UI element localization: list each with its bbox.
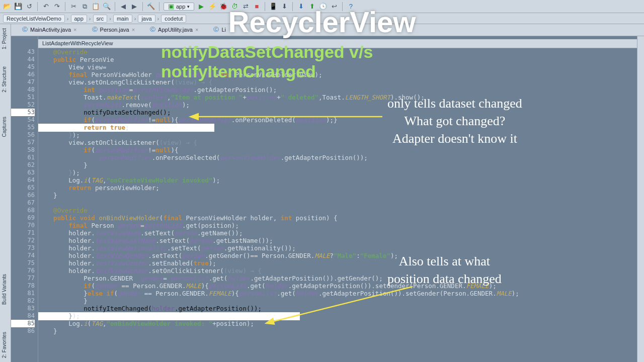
vcs-history-icon[interactable]: 🕓 (319, 3, 327, 11)
run-config-selector[interactable]: ▣ app ▾ (164, 3, 194, 11)
line-gutter: 4344454647485152535455565758616263646566… (11, 36, 38, 362)
paste-icon[interactable]: 📋 (92, 3, 100, 11)
editor-tabs: ⒸMainActivity.java× ⒸPerson.java× ⒸAppUt… (0, 24, 644, 36)
sidebar-tab-project[interactable]: 1: Project (2, 26, 7, 51)
copy-icon[interactable]: ⧉ (80, 3, 89, 11)
run-icon[interactable]: ▶ (197, 3, 205, 11)
cut-icon[interactable]: ✂ (69, 3, 77, 11)
profile-icon[interactable]: ⏱ (230, 3, 238, 11)
left-tool-strip: 1: Project 2: Structure Captures Build V… (0, 24, 11, 362)
breadcrumb-item[interactable]: java (138, 15, 155, 23)
apply-changes-icon[interactable]: ⚡ (208, 3, 216, 11)
main-toolbar: 📂 💾 ↺ ↶ ↷ ✂ ⧉ 📋 🔍 ◀ ▶ 🔨 ▣ app ▾ ▶ ⚡ 🐞 ⏱ … (0, 0, 644, 13)
attach-debugger-icon[interactable]: ⇄ (242, 3, 250, 11)
undo-icon[interactable]: ↶ (42, 3, 50, 11)
forward-icon[interactable]: ▶ (130, 3, 138, 11)
code-editor[interactable]: 4344454647485152535455565758616263646566… (11, 36, 637, 362)
right-tool-strip (637, 36, 644, 362)
tab-apputility[interactable]: ⒸAppUtility.java× (146, 24, 202, 36)
vcs-update-icon[interactable]: ⬇ (297, 3, 305, 11)
editor-crumb[interactable]: ListAdapterWithRecycleView (38, 39, 637, 48)
tab-list-adapter[interactable]: ⒸLi (209, 24, 230, 36)
tab-person[interactable]: ⒸPerson.java× (88, 24, 139, 36)
run-config-label: app (176, 4, 185, 10)
breadcrumb-item[interactable]: codetut (161, 15, 186, 23)
sidebar-tab-captures[interactable]: Captures (2, 115, 7, 139)
find-icon[interactable]: 🔍 (103, 3, 111, 11)
open-icon[interactable]: 📂 (3, 3, 11, 11)
save-icon[interactable]: 💾 (14, 3, 22, 11)
breadcrumb: RecycleListVeiwDemo › app › src › main ›… (0, 13, 644, 24)
debug-icon[interactable]: 🐞 (219, 3, 227, 11)
close-icon[interactable]: × (132, 27, 135, 33)
sidebar-tab-structure[interactable]: 2: Structure (2, 64, 7, 95)
breadcrumb-item[interactable]: app (71, 15, 87, 23)
build-icon[interactable]: 🔨 (147, 3, 155, 11)
close-icon[interactable]: × (195, 27, 198, 33)
redo-icon[interactable]: ↷ (53, 3, 61, 11)
help-icon[interactable]: ? (347, 3, 355, 11)
breadcrumb-item[interactable]: main (113, 15, 132, 23)
back-icon[interactable]: ◀ (119, 3, 127, 11)
tab-main-activity[interactable]: ⒸMainActivity.java× (18, 24, 81, 36)
sdk-manager-icon[interactable]: ⬇ (280, 3, 288, 11)
vcs-revert-icon[interactable]: ↩ (330, 3, 338, 11)
stop-icon[interactable]: ■ (253, 3, 261, 11)
chevron-down-icon: ▾ (187, 4, 190, 9)
avd-manager-icon[interactable]: 📱 (269, 3, 277, 11)
breadcrumb-item[interactable]: RecycleListVeiwDemo (3, 15, 65, 23)
sync-icon[interactable]: ↺ (25, 3, 33, 11)
sidebar-tab-build-variants[interactable]: Build Variants (2, 272, 7, 307)
vcs-commit-icon[interactable]: ⬆ (308, 3, 316, 11)
close-icon[interactable]: × (73, 27, 76, 33)
sidebar-tab-favorites[interactable]: 2: Favorites (2, 330, 7, 360)
breadcrumb-item[interactable]: src (93, 15, 108, 23)
